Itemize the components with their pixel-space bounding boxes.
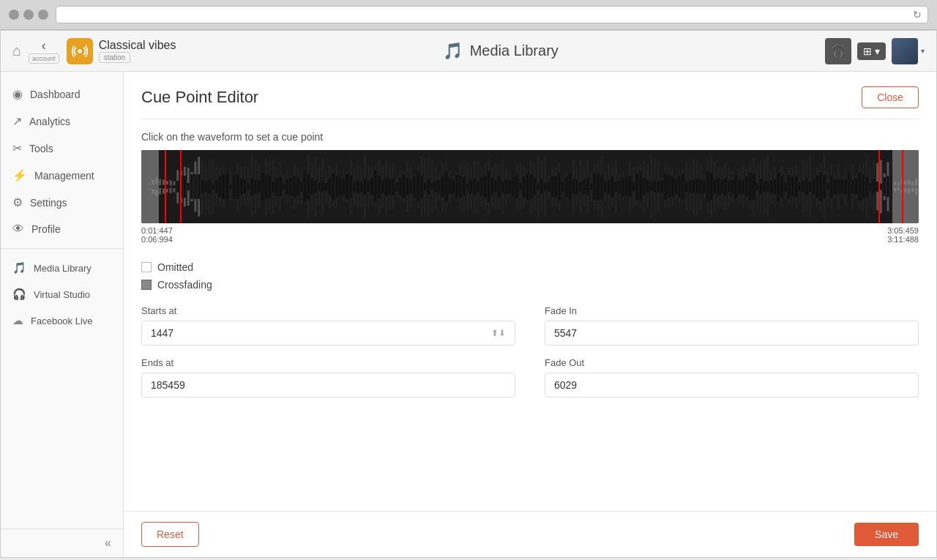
svg-rect-293	[399, 178, 401, 195]
svg-rect-243	[223, 174, 225, 199]
ends-at-group: Ends at 185459	[141, 357, 515, 397]
svg-rect-294	[403, 175, 405, 198]
sidebar-nav: ◉ Dashboard ↗ Analytics ✂ Tools ⚡ Manage…	[1, 72, 123, 529]
svg-rect-421	[851, 180, 854, 193]
collapse-sidebar-button[interactable]: «	[105, 537, 111, 550]
starts-at-label: Starts at	[141, 305, 515, 316]
svg-rect-328	[523, 176, 525, 198]
svg-rect-325	[512, 177, 515, 196]
close-button[interactable]: Close	[862, 86, 919, 108]
sidebar-item-tools[interactable]: ✂ Tools	[1, 135, 123, 162]
svg-rect-254	[261, 173, 264, 201]
svg-rect-256	[269, 176, 271, 198]
svg-rect-235	[194, 174, 196, 199]
avatar-button[interactable]: ▾	[892, 38, 925, 64]
waveform-container[interactable]	[141, 150, 919, 223]
svg-rect-339	[561, 182, 564, 192]
sidebar-item-dashboard[interactable]: ◉ Dashboard	[1, 81, 123, 108]
svg-rect-351	[604, 181, 606, 192]
page-bottom: Reset Save	[124, 511, 936, 557]
back-button[interactable]: ‹ account	[29, 38, 59, 64]
fade-out-input[interactable]: 6029	[545, 373, 919, 397]
starts-at-stepper[interactable]: ⬆⬇	[491, 328, 506, 338]
svg-rect-330	[530, 174, 532, 199]
svg-rect-337	[555, 176, 557, 197]
headphones-button[interactable]: 🎧	[825, 38, 851, 64]
svg-rect-327	[520, 183, 522, 191]
cue-handle-left[interactable]	[141, 150, 159, 223]
reload-icon[interactable]: ↻	[913, 9, 922, 20]
svg-rect-400	[777, 172, 780, 201]
svg-rect-372	[679, 176, 681, 198]
ends-at-value: 185459	[151, 379, 185, 391]
svg-rect-230	[176, 181, 179, 193]
svg-rect-370	[671, 176, 673, 196]
cue-line-left-1	[165, 150, 166, 223]
top-bar-title: Media Library	[470, 42, 559, 59]
starts-at-group: Starts at 1447 ⬆⬇	[141, 305, 515, 346]
svg-rect-257	[272, 182, 275, 192]
svg-rect-368	[664, 173, 666, 200]
svg-rect-268	[311, 179, 313, 195]
svg-rect-270	[318, 183, 320, 190]
fade-in-input[interactable]: 5547	[545, 321, 919, 346]
sidebar-section-item-label: Virtual Studio	[34, 289, 90, 300]
svg-rect-274	[332, 173, 335, 200]
options-row: Omitted Crossfading	[141, 261, 919, 291]
sidebar-item-profile[interactable]: 👁 Profile	[1, 216, 123, 242]
svg-rect-385	[725, 178, 727, 195]
svg-rect-431	[887, 176, 889, 198]
close-traffic-light[interactable]	[9, 10, 19, 20]
svg-rect-407	[802, 181, 805, 193]
svg-rect-238	[205, 182, 207, 192]
sidebar-item-settings[interactable]: ⚙ Settings	[1, 189, 123, 216]
avatar-dropdown-arrow: ▾	[921, 47, 925, 55]
svg-rect-426	[869, 184, 871, 190]
svg-rect-299	[420, 176, 422, 198]
omitted-checkbox[interactable]	[141, 262, 152, 272]
waveform-section: Click on the waveform to set a cue point	[141, 131, 919, 244]
svg-rect-367	[661, 181, 663, 193]
maximize-traffic-light[interactable]	[38, 10, 48, 20]
svg-rect-334	[544, 183, 546, 191]
sidebar-item-virtual-studio[interactable]: 🎧 Virtual Studio	[1, 281, 123, 307]
cue-line-right-1	[878, 150, 880, 223]
sidebar-item-analytics[interactable]: ↗ Analytics	[1, 108, 123, 135]
ends-at-input[interactable]: 185459	[141, 373, 515, 397]
svg-rect-395	[760, 179, 762, 194]
minimize-traffic-light[interactable]	[23, 10, 34, 20]
timestamp-left-2: 0:06:994	[141, 235, 173, 244]
omitted-option[interactable]: Omitted	[141, 261, 919, 273]
profile-icon: 👁	[12, 223, 24, 236]
svg-rect-359	[632, 182, 635, 191]
sidebar-item-management[interactable]: ⚡ Management	[1, 162, 123, 189]
sidebar-item-label: Settings	[30, 197, 67, 209]
svg-rect-374	[685, 182, 687, 192]
reset-button[interactable]: Reset	[141, 522, 199, 547]
cue-handle-right[interactable]	[892, 150, 919, 223]
station-info: Classical vibes station	[67, 38, 176, 64]
svg-rect-269	[315, 180, 317, 193]
crossfading-option[interactable]: Crossfading	[141, 279, 919, 291]
save-button[interactable]: Save	[854, 523, 919, 546]
headphones-icon: 🎧	[831, 44, 845, 58]
crossfading-checkbox[interactable]	[141, 280, 152, 290]
timestamp-left: 0:01:447 0:06:994	[141, 226, 173, 244]
sidebar-item-media-library[interactable]: 🎵 Media Library	[1, 255, 123, 281]
svg-rect-420	[848, 174, 850, 199]
svg-rect-289	[385, 178, 387, 196]
svg-rect-241	[215, 180, 217, 193]
page-inner: Cue Point Editor Close Click on the wave…	[124, 72, 936, 511]
grid-button[interactable]: ⊞ ▾	[857, 42, 886, 60]
svg-rect-326	[516, 174, 518, 198]
address-bar[interactable]: ↻	[56, 6, 928, 23]
svg-rect-248	[240, 179, 242, 195]
sidebar-item-facebook-live[interactable]: ☁ Facebook Live	[1, 307, 123, 334]
starts-at-input[interactable]: 1447 ⬆⬇	[141, 321, 515, 346]
svg-rect-260	[283, 184, 285, 190]
tools-icon: ✂	[12, 141, 22, 155]
svg-rect-381	[710, 173, 712, 201]
home-icon[interactable]: ⌂	[12, 42, 21, 59]
sidebar-item-label: Profile	[31, 223, 61, 235]
svg-rect-280	[354, 182, 356, 191]
